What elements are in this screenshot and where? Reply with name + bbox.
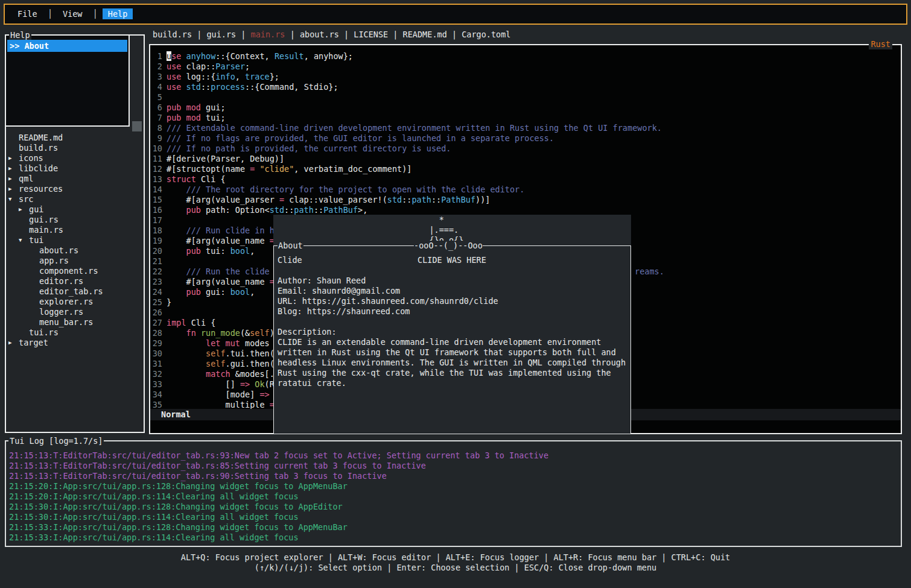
tab-build-rs[interactable]: build.rs xyxy=(153,30,192,39)
tree-item-gui-rs[interactable]: gui.rs xyxy=(6,215,144,225)
tab-main-rs[interactable]: main.rs xyxy=(251,30,285,39)
code-text: pub tui: bool, xyxy=(167,246,255,256)
editor-tab-bar: build.rs | gui.rs | main.rs | about.rs |… xyxy=(153,30,510,40)
tab-license[interactable]: LICENSE xyxy=(354,30,388,39)
about-popup-row: ratatui crate. xyxy=(274,378,630,388)
line-number: 14 xyxy=(150,185,162,195)
tree-item-label: editor.rs xyxy=(39,276,83,286)
tree-item-tui[interactable]: ▼tui xyxy=(6,235,144,245)
tree-item-menu-bar-rs[interactable]: menu_bar.rs xyxy=(6,317,144,327)
code-line: 14 /// The root directory for the projec… xyxy=(150,185,901,195)
line-number: 30 xyxy=(150,349,162,359)
tree-item-label: gui.rs xyxy=(29,215,59,225)
log-panel-title: Tui Log [log=1.7/s] xyxy=(8,436,104,446)
tree-item-editor-tab-rs[interactable]: editor_tab.rs xyxy=(6,286,144,297)
tree-item-editor-rs[interactable]: editor.rs xyxy=(6,276,144,286)
tree-item-src[interactable]: ▼src xyxy=(6,194,144,204)
tree-item-label: target xyxy=(19,338,48,348)
tree-item-explorer-rs[interactable]: explorer.rs xyxy=(6,297,144,307)
line-number: 25 xyxy=(150,297,162,308)
code-text: /// Extendable command-line driven devel… xyxy=(167,123,662,133)
line-number: 17 xyxy=(150,215,162,226)
tab-about-rs[interactable]: about.rs xyxy=(300,30,339,39)
about-popup-row xyxy=(274,265,630,276)
line-number: 22 xyxy=(150,267,162,277)
line-number: 21 xyxy=(150,256,162,267)
menu-item-view[interactable]: View xyxy=(57,8,88,19)
about-popup-text: ratatui crate. xyxy=(278,378,346,388)
help-dropdown-item-about[interactable]: >> About xyxy=(7,40,127,52)
about-popup-row: Rust using the cxx-qt crate, while the T… xyxy=(274,368,630,378)
code-line: 11#[derive(Parser, Debug)] xyxy=(150,154,901,164)
line-number: 2 xyxy=(150,62,162,72)
log-entry: 21:15:13:T:EditorTab:src/tui/editor_tab.… xyxy=(6,461,901,471)
about-popup-text: Rust using the cxx-qt crate, while the T… xyxy=(278,368,611,378)
tree-item-libclide[interactable]: ▶libclide xyxy=(6,163,144,174)
shortcut-bar: ALT+Q: Focus project explorer | ALT+W: F… xyxy=(0,552,911,573)
code-text: /// If no flags are provided, the GUI ed… xyxy=(167,133,554,144)
chevron-collapsed-icon: ▶ xyxy=(7,153,19,163)
file-tree: README.mdbuild.rs▶icons▶libclide▶qml▶res… xyxy=(6,133,144,348)
code-line: 3use log::{info, trace}; xyxy=(150,72,901,82)
chevron-collapsed-icon: ▶ xyxy=(7,338,19,348)
line-number: 5 xyxy=(150,92,162,103)
tab-cargo-toml[interactable]: Cargo.toml xyxy=(462,30,510,39)
tree-item-label: tui xyxy=(29,235,43,245)
tree-item-about-rs[interactable]: about.rs xyxy=(6,245,144,256)
tree-item-label: logger.rs xyxy=(39,307,83,317)
tree-item-label: about.rs xyxy=(39,245,78,256)
about-popup-content: ClideCLIDE WAS HEREAuthor: Shaun ReedEma… xyxy=(274,255,630,388)
log-entries: 21:15:13:T:EditorTab:src/tui/editor_tab.… xyxy=(6,450,901,543)
code-text: #[arg(value_parser = clap::value_parser!… xyxy=(167,195,490,205)
tree-item-icons[interactable]: ▶icons xyxy=(6,153,144,163)
log-entry: 21:15:30:I:App:src/tui/app.rs:128:Changi… xyxy=(6,502,901,512)
code-text: [mode] => xyxy=(167,390,270,400)
code-text: use std::process::{Command, Stdio}; xyxy=(167,82,338,92)
log-panel[interactable]: Tui Log [log=1.7/s] 21:15:13:T:EditorTab… xyxy=(5,440,902,547)
tab-gui-rs[interactable]: gui.rs xyxy=(206,30,236,39)
shortcut-line-1: ALT+Q: Focus project explorer | ALT+W: F… xyxy=(0,552,911,563)
line-number: 20 xyxy=(150,246,162,256)
tree-item-component-rs[interactable]: component.rs xyxy=(6,266,144,276)
line-number: 16 xyxy=(150,205,162,215)
tree-item-build-rs[interactable]: build.rs xyxy=(6,143,144,153)
tree-item-label: build.rs xyxy=(19,143,58,153)
about-popup-text: Author: Shaun Reed xyxy=(278,276,366,285)
tree-item-main-rs[interactable]: main.rs xyxy=(6,225,144,235)
about-popup-row: Description: xyxy=(274,327,630,337)
code-text: use anyhow::{Context, Result, anyhow}; xyxy=(167,51,353,62)
tree-item-app-rs[interactable]: app.rs xyxy=(6,256,144,266)
line-number: 24 xyxy=(150,287,162,297)
line-number: 26 xyxy=(150,308,162,318)
line-number: 27 xyxy=(150,318,162,328)
tree-item-qml[interactable]: ▶qml xyxy=(6,174,144,184)
line-number: 6 xyxy=(150,103,162,113)
vim-mode-indicator: Normal xyxy=(161,409,191,419)
ascii-art-feet: -ooO--(_)--Ooo xyxy=(414,241,483,251)
shortcut-line-2: (↑/k)/(↓/j): Select option | Enter: Choo… xyxy=(0,563,911,573)
about-popup-row: ClideCLIDE WAS HERE xyxy=(274,255,630,265)
tab-readme-md[interactable]: README.md xyxy=(403,30,447,39)
about-popup-title: About xyxy=(278,241,303,251)
tree-item-label: editor_tab.rs xyxy=(39,286,103,297)
about-popup-box: About -ooO--(_)--Ooo ClideCLIDE WAS HERE… xyxy=(273,245,631,434)
tree-item-logger-rs[interactable]: logger.rs xyxy=(6,307,144,317)
tree-item-resources[interactable]: ▶resources xyxy=(6,184,144,194)
about-popup-row xyxy=(274,317,630,327)
menu-item-help[interactable]: Help xyxy=(103,8,133,19)
tree-item-target[interactable]: ▶target xyxy=(6,338,144,348)
tree-item-readme-md[interactable]: README.md xyxy=(6,133,144,143)
code-line: 10/// If no path is provided, the curren… xyxy=(150,144,901,154)
language-badge: Rust xyxy=(869,39,892,49)
code-text: let mut modes xyxy=(167,338,270,349)
line-number: 29 xyxy=(150,338,162,349)
code-text: fn run_mode(&self) xyxy=(167,328,275,338)
tab-separator: | xyxy=(192,30,206,39)
tree-item-tui-rs[interactable]: tui.rs xyxy=(6,327,144,338)
about-popup-row: Email: shaunrd0@gmail.com xyxy=(274,286,630,296)
explorer-scrollbar-thumb[interactable] xyxy=(132,121,142,131)
tree-item-gui[interactable]: ▶gui xyxy=(6,204,144,215)
menu-item-file[interactable]: File xyxy=(12,8,43,19)
tree-item-label: icons xyxy=(19,153,43,163)
about-popup-row: CLIDE is an extendable command-line driv… xyxy=(274,337,630,347)
